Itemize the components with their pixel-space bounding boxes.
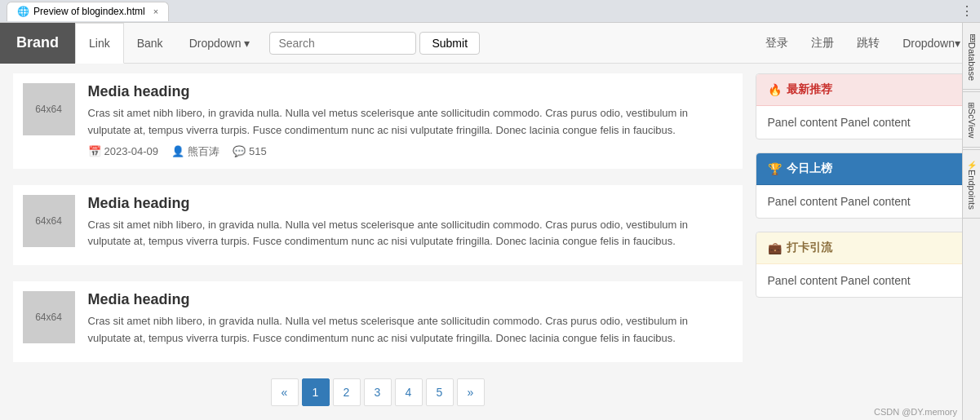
comment-icon: 💬 xyxy=(233,145,246,157)
tab-close-button[interactable]: × xyxy=(153,7,158,16)
endpoints-icon: ⚡ xyxy=(967,160,976,170)
nav-right-register[interactable]: 注册 xyxy=(800,23,845,64)
article-thumbnail-1: 64x64 xyxy=(23,83,75,135)
article-item: 64x64 Media heading Cras sit amet nibh l… xyxy=(13,185,743,266)
panel-body-today: Panel content Panel content xyxy=(756,185,967,218)
submit-button[interactable]: Submit xyxy=(419,32,480,55)
article-text-2: Cras sit amet nibh libero, in gravida nu… xyxy=(88,217,733,251)
dropdown-caret-icon: ▾ xyxy=(244,37,250,50)
right-tab-scview[interactable]: ⊞ ScView xyxy=(963,94,980,147)
nav-right-dropdown[interactable]: Dropdown ▾ xyxy=(891,23,972,64)
article-heading-1: Media heading xyxy=(88,83,733,100)
nav-link-link[interactable]: Link xyxy=(75,23,124,64)
article-comments: 💬 515 xyxy=(233,144,267,159)
article-heading-3: Media heading xyxy=(88,291,733,308)
pagination: « 1 2 3 4 5 » xyxy=(13,378,743,420)
scview-icon: ⊞ xyxy=(967,102,976,108)
right-tab-endpoints[interactable]: ⚡ Endpoints xyxy=(963,152,980,219)
pagination-prev[interactable]: « xyxy=(271,378,299,406)
article-text-1: Cras sit amet nibh libero, in gravida nu… xyxy=(88,105,733,139)
pagination-page-2[interactable]: 2 xyxy=(333,378,361,406)
user-icon: 👤 xyxy=(171,145,184,157)
panel-body-recommended: Panel content Panel content xyxy=(756,106,967,139)
article-heading-2: Media heading xyxy=(88,195,733,212)
article-body-1: Media heading Cras sit amet nibh libero,… xyxy=(88,83,733,159)
panel-heading-today: 🏆 今日上榜 xyxy=(756,153,967,185)
article-item: 64x64 Media heading Cras sit amet nibh l… xyxy=(13,281,743,362)
navbar: Brand Link Bank Dropdown ▾ Submit 登录 注册 … xyxy=(0,23,980,64)
sidebar: 🔥 最新推荐 Panel content Panel content 🏆 今日上… xyxy=(756,73,968,420)
right-panel-tabs: 🗄 Database ⊞ ScView ⚡ Endpoints xyxy=(962,23,980,420)
trophy-icon: 🏆 xyxy=(768,162,782,175)
panel-checkin: 💼 打卡引流 Panel content Panel content xyxy=(756,232,968,298)
article-date: 📅 2023-04-09 xyxy=(88,144,159,159)
nav-right-jump[interactable]: 跳转 xyxy=(845,23,891,64)
browser-tab[interactable]: 🌐 Preview of blogindex.html × xyxy=(7,2,169,21)
nav-right-dropdown-caret: ▾ xyxy=(955,37,960,50)
article-thumbnail-3: 64x64 xyxy=(23,291,75,343)
nav-link-bank[interactable]: Bank xyxy=(124,23,176,64)
right-panel-divider-1 xyxy=(963,91,980,92)
briefcase-icon: 💼 xyxy=(768,241,782,254)
pagination-page-1[interactable]: 1 xyxy=(302,378,330,406)
right-panel-divider-2 xyxy=(963,149,980,150)
tab-bar: 🌐 Preview of blogindex.html × ⋮ xyxy=(0,0,980,23)
panel-heading-recommended: 🔥 最新推荐 xyxy=(756,74,967,106)
calendar-icon: 📅 xyxy=(88,145,101,157)
panel-body-checkin: Panel content Panel content xyxy=(756,264,967,297)
nav-right-login[interactable]: 登录 xyxy=(754,23,800,64)
pagination-page-5[interactable]: 5 xyxy=(426,378,454,406)
articles-section: 64x64 Media heading Cras sit amet nibh l… xyxy=(13,73,743,420)
article-body-3: Media heading Cras sit amet nibh libero,… xyxy=(88,291,733,352)
navbar-right: 登录 注册 跳转 Dropdown ▾ xyxy=(754,23,980,64)
main-container: 64x64 Media heading Cras sit amet nibh l… xyxy=(13,64,968,420)
fire-icon: 🔥 xyxy=(768,83,782,96)
panel-recommended: 🔥 最新推荐 Panel content Panel content xyxy=(756,73,968,139)
footer-credit: CSDN @DY.memory xyxy=(874,407,957,417)
database-icon: 🗄 xyxy=(967,34,977,42)
article-author: 👤 熊百涛 xyxy=(171,144,220,159)
navbar-links: Link Bank Dropdown ▾ xyxy=(75,23,263,64)
tab-favicon: 🌐 xyxy=(17,6,29,17)
article-body-2: Media heading Cras sit amet nibh libero,… xyxy=(88,195,733,256)
navbar-brand[interactable]: Brand xyxy=(0,23,75,64)
panel-today: 🏆 今日上榜 Panel content Panel content xyxy=(756,153,968,219)
nav-link-dropdown[interactable]: Dropdown ▾ xyxy=(176,23,264,64)
pagination-page-4[interactable]: 4 xyxy=(395,378,423,406)
article-item: 64x64 Media heading Cras sit amet nibh l… xyxy=(13,73,743,169)
navbar-search: Submit xyxy=(269,32,480,55)
panel-heading-checkin: 💼 打卡引流 xyxy=(756,232,967,264)
tab-bar-menu-button[interactable]: ⋮ xyxy=(960,3,973,19)
search-input[interactable] xyxy=(269,32,416,55)
right-tab-database[interactable]: 🗄 Database xyxy=(963,26,980,90)
article-text-3: Cras sit amet nibh libero, in gravida nu… xyxy=(88,313,733,347)
pagination-next[interactable]: » xyxy=(457,378,485,406)
article-thumbnail-2: 64x64 xyxy=(23,195,75,247)
tab-label: Preview of blogindex.html xyxy=(33,6,145,17)
pagination-page-3[interactable]: 3 xyxy=(364,378,392,406)
article-meta-1: 📅 2023-04-09 👤 熊百涛 💬 515 xyxy=(88,144,733,159)
